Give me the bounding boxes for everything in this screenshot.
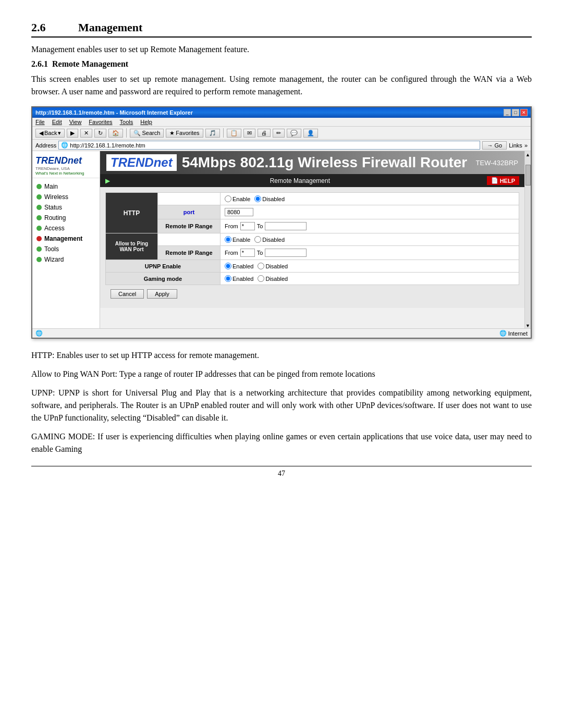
- to-ip2-input[interactable]: [265, 249, 307, 257]
- browser-menubar: File Edit View Favorites Tools Help: [32, 118, 531, 127]
- body-text-4: UPNP: UPNP is short for Universal Plug a…: [31, 387, 532, 424]
- upnp-disabled-radio[interactable]: [258, 263, 264, 269]
- toolbar-separator: [126, 128, 127, 138]
- stop-button[interactable]: ✕: [80, 129, 92, 138]
- upnp-label-cell: UPNP Enable: [106, 260, 221, 273]
- media-button[interactable]: 🎵: [205, 129, 220, 138]
- ping-radio-group: Enable Disabled: [225, 236, 515, 243]
- subsection-title: 2.6.1 Remote Management: [31, 59, 532, 69]
- header-brand: TRENDnet: [106, 154, 177, 171]
- ping-disable-label[interactable]: Disabled: [254, 236, 285, 243]
- expand-button[interactable]: »: [524, 142, 528, 149]
- apply-button[interactable]: Apply: [147, 289, 177, 299]
- go-button[interactable]: → Go: [482, 141, 507, 150]
- from-ip2-input[interactable]: [240, 249, 255, 257]
- browser-toolbar: ◀ Back ▾ ▶ ✕ ↻ 🏠 🔍 Search ★ Favorites 🎵 …: [32, 127, 531, 140]
- http-radio-cell: Enable Disabled: [221, 193, 519, 205]
- scroll-down-arrow[interactable]: ▼: [525, 323, 530, 328]
- ping-label-cell: [158, 233, 221, 246]
- section-title: Management: [78, 21, 142, 34]
- sidebar-item-tools[interactable]: Tools: [32, 244, 100, 254]
- nav-dot-status: [36, 205, 42, 210]
- minimize-button[interactable]: _: [504, 109, 511, 116]
- http-ip-row: Remote IP Range From To: [106, 219, 519, 233]
- remote-ip-label: Remote IP Range: [158, 219, 221, 233]
- sidebar-item-main[interactable]: Main: [32, 181, 100, 192]
- discuss-button[interactable]: 💬: [287, 129, 301, 138]
- menu-edit[interactable]: Edit: [52, 119, 62, 125]
- favorites-button[interactable]: ★ Favorites: [166, 129, 203, 138]
- gaming-enabled-label[interactable]: Enabled: [225, 275, 253, 282]
- form-area: HTTP Enable: [100, 187, 524, 308]
- to-ip-input[interactable]: [265, 222, 307, 230]
- from-ip-input[interactable]: [240, 222, 255, 230]
- ping-disable-radio[interactable]: [254, 236, 261, 243]
- page-title: Remote Management: [270, 177, 330, 184]
- http-disable-radio[interactable]: [254, 195, 261, 202]
- menu-tools[interactable]: Tools: [120, 119, 133, 125]
- sidebar-nav: Main Wireless Status Routing: [32, 178, 100, 268]
- menu-file[interactable]: File: [35, 119, 45, 125]
- address-input-container: 🌐: [58, 141, 480, 150]
- search-button[interactable]: 🔍 Search: [130, 129, 164, 138]
- close-button[interactable]: ✕: [520, 109, 528, 116]
- body-text-5: GAMING MODE: If user is experiencing dif…: [31, 430, 532, 455]
- nav-dot-tools: [36, 246, 42, 252]
- nav-dot-main: [36, 184, 42, 189]
- nav-dot-access: [36, 226, 42, 231]
- menu-favorites[interactable]: Favorites: [89, 119, 112, 125]
- brand-name: TRENDnet: [35, 155, 96, 166]
- gaming-radio-group: Enabled Disabled: [225, 275, 515, 282]
- sidebar-item-management[interactable]: Management: [32, 233, 100, 244]
- gaming-disabled-label[interactable]: Disabled: [258, 275, 288, 282]
- scrollbar[interactable]: ▲ ▼: [524, 151, 531, 328]
- restore-button[interactable]: □: [512, 109, 519, 116]
- upnp-enabled-radio[interactable]: [225, 263, 231, 269]
- router-sidebar: TRENDnet TRENDware, USA What's Next in N…: [32, 151, 100, 328]
- sidebar-item-wireless[interactable]: Wireless: [32, 192, 100, 202]
- help-button[interactable]: 📄 HELP: [487, 176, 519, 185]
- scroll-up-arrow[interactable]: ▲: [525, 152, 530, 157]
- home-button[interactable]: 🏠: [108, 129, 123, 138]
- upnp-enabled-label[interactable]: Enabled: [225, 263, 253, 269]
- address-text-input[interactable]: [70, 142, 478, 149]
- cancel-button[interactable]: Cancel: [111, 289, 144, 299]
- browser-statusbar: 🌐 🌐 Internet: [32, 328, 531, 338]
- print-button[interactable]: 🖨: [258, 129, 271, 137]
- port-input[interactable]: [225, 208, 253, 216]
- dropdown-arrow-icon: ▾: [58, 130, 61, 137]
- forward-button[interactable]: ▶: [67, 129, 78, 138]
- status-ready: 🌐: [35, 330, 43, 337]
- gaming-row: Gaming mode Enabled: [106, 273, 519, 285]
- router-header: TRENDnet 54Mbps 802.11g Wireless Firewal…: [100, 151, 524, 174]
- menu-view[interactable]: View: [69, 119, 82, 125]
- sidebar-item-access[interactable]: Access: [32, 223, 100, 233]
- body-text-3: Allow to Ping WAN Port: Type a range of …: [31, 368, 532, 380]
- http-enable-label[interactable]: Enable: [225, 195, 250, 202]
- page-arrow-icon: ▶: [105, 177, 110, 184]
- back-button[interactable]: ◀ Back ▾: [35, 129, 65, 138]
- browser-title: http://192.168.1.1/remote.htm - Microsof…: [35, 109, 193, 116]
- brand-sub1: TRENDware, USA: [35, 166, 96, 171]
- links-button[interactable]: Links: [509, 142, 522, 149]
- sidebar-item-routing[interactable]: Routing: [32, 213, 100, 223]
- history-button[interactable]: 📋: [227, 129, 241, 138]
- back-arrow-icon: ◀: [39, 130, 43, 137]
- menu-help[interactable]: Help: [140, 119, 152, 125]
- sidebar-item-status[interactable]: Status: [32, 202, 100, 213]
- upnp-disabled-label[interactable]: Disabled: [258, 263, 288, 269]
- browser-titlebar: http://192.168.1.1/remote.htm - Microsof…: [32, 107, 531, 118]
- refresh-button[interactable]: ↻: [94, 129, 106, 138]
- messenger-button[interactable]: 👤: [303, 129, 318, 138]
- gaming-disabled-radio[interactable]: [258, 275, 264, 282]
- scroll-thumb[interactable]: [525, 165, 531, 186]
- edit-button[interactable]: ✏: [273, 129, 285, 138]
- internet-icon: 🌐: [499, 330, 507, 337]
- sidebar-item-wizard[interactable]: Wizard: [32, 254, 100, 265]
- http-disable-label[interactable]: Disabled: [254, 195, 285, 202]
- ping-enable-label[interactable]: Enable: [225, 236, 250, 243]
- mail-button[interactable]: ✉: [243, 129, 255, 138]
- gaming-enabled-radio[interactable]: [225, 275, 231, 282]
- http-enable-radio[interactable]: [225, 195, 231, 202]
- ping-enable-radio[interactable]: [225, 236, 231, 243]
